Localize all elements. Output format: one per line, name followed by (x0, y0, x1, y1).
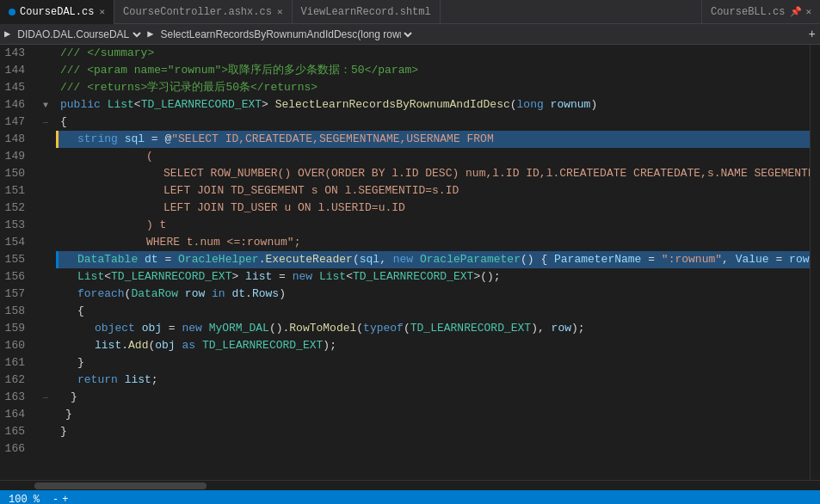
code-line-151[interactable]: LEFT JOIN TD_SEGEMENT s ON l.SEGEMENTID=… (56, 182, 810, 200)
code-line-156[interactable]: List<TD_LEARNRECORD_EXT> list = new List… (56, 268, 810, 286)
code-content-160: list.Add(obj as TD_LEARNRECORD_EXT); (60, 337, 336, 354)
code-line-148[interactable]: string sql = @"SELECT ID,CREATEDATE,SEGE… (56, 131, 810, 148)
code-content-153: ) t (60, 217, 166, 234)
collapse-cell-149 (39, 148, 52, 165)
editor: 1431441451461471481491501511521531541551… (0, 45, 820, 480)
breadcrumb-separator: ▶ (147, 28, 153, 40)
code-content-144: /// <param name="rownum">取降序后的多少条数据：50</… (60, 62, 418, 79)
expand-icon[interactable]: ▶ (4, 28, 10, 40)
tab-right-courseBLL: CourseBLL.cs 📌 ✕ (701, 0, 820, 24)
code-content-162: return list; (60, 372, 158, 389)
line-number-151: 151 (0, 182, 32, 200)
line-number-161: 161 (0, 354, 32, 372)
line-number-144: 144 (0, 62, 32, 79)
code-content-149: ( (60, 148, 153, 165)
code-line-163[interactable]: } (56, 389, 810, 406)
line-number-163: 163 (0, 389, 32, 406)
zoom-level[interactable]: 100 % (9, 494, 40, 504)
collapse-cell-157 (39, 286, 52, 303)
close-courseController-button[interactable]: ✕ (277, 6, 283, 17)
code-line-145[interactable]: /// <returns>学习记录的最后50条</returns> (56, 79, 810, 96)
tab-right-label: CourseBLL.cs (711, 6, 785, 18)
code-content-148: string sql = @"SELECT ID,CREATEDATE,SEGE… (60, 131, 494, 148)
line-number-145: 145 (0, 79, 32, 96)
collapse-cell-159 (39, 320, 52, 337)
code-line-144[interactable]: /// <param name="rownum">取降序后的多少条数据：50</… (56, 62, 810, 79)
line-number-152: 152 (0, 200, 32, 217)
breadcrumb-bar: ▶ DIDAO.DAL.CourseDAL ▶ SelectLearnRecor… (0, 24, 820, 45)
line-number-156: 156 (0, 268, 32, 286)
code-line-155[interactable]: DataTable dt = OracleHelper.ExecuteReade… (56, 251, 810, 268)
close-courseDAL-button[interactable]: ✕ (99, 6, 105, 17)
line-number-158: 158 (0, 303, 32, 320)
code-line-157[interactable]: foreach(DataRow row in dt.Rows) (56, 286, 810, 303)
line-number-165: 165 (0, 423, 32, 440)
code-line-147[interactable]: { (56, 114, 810, 131)
code-line-160[interactable]: list.Add(obj as TD_LEARNRECORD_EXT); (56, 337, 810, 354)
tab-viewLearnRecord[interactable]: ViewLearnRecord.shtml (293, 0, 441, 24)
collapse-cell-155 (39, 251, 52, 268)
hscroll-thumb[interactable] (34, 482, 207, 489)
tab-viewLearnRecord-label: ViewLearnRecord.shtml (301, 6, 431, 18)
code-content-145: /// <returns>学习记录的最后50条</returns> (60, 79, 318, 96)
code-line-152[interactable]: LEFT JOIN TD_USER u ON l.USERID=u.ID (56, 200, 810, 217)
collapse-cell-152 (39, 200, 52, 217)
zoom-decrease-button[interactable]: - (52, 494, 59, 504)
collapse-cell-146[interactable]: ▼ (39, 96, 52, 114)
collapse-cell-148 (39, 131, 52, 148)
code-line-166[interactable] (56, 440, 810, 458)
code-line-161[interactable]: } (56, 354, 810, 372)
code-line-165[interactable]: } (56, 423, 810, 440)
scroll-up-button[interactable]: + (809, 28, 816, 41)
collapse-cell-163: — (39, 389, 52, 406)
code-line-143[interactable]: /// </summary> (56, 45, 810, 62)
code-line-164[interactable]: } (56, 406, 810, 423)
collapse-cell-158 (39, 303, 52, 320)
zoom-increase-button[interactable]: + (62, 494, 68, 504)
code-content-143: /// </summary> (60, 45, 154, 62)
collapse-cell-166 (39, 440, 52, 458)
collapse-cell-143 (39, 45, 52, 62)
line-number-157: 157 (0, 286, 32, 303)
method-selector[interactable]: SelectLearnRecordsByRownumAndIdDesc(long… (157, 28, 415, 41)
line-number-153: 153 (0, 217, 32, 234)
collapse-cell-151 (39, 182, 52, 200)
code-line-153[interactable]: ) t (56, 217, 810, 234)
code-content-164: } (60, 406, 72, 423)
minimap (810, 45, 820, 480)
close-right-button[interactable]: ✕ (805, 6, 811, 17)
code-line-154[interactable]: WHERE t.num <=:rownum"; (56, 234, 810, 251)
code-content-161: } (60, 354, 84, 372)
line-number-155: 155 (0, 251, 32, 268)
title-bar: CourseDAL.cs ✕ CourseController.ashx.cs … (0, 0, 820, 24)
line-number-154: 154 (0, 234, 32, 251)
code-content-156: List<TD_LEARNRECORD_EXT> list = new List… (60, 268, 501, 286)
line-number-160: 160 (0, 337, 32, 354)
collapse-cell-161 (39, 354, 52, 372)
collapse-cell-147: — (39, 114, 52, 131)
collapse-column: ▼—— (39, 45, 52, 480)
namespace-selector[interactable]: DIDAO.DAL.CourseDAL (14, 28, 144, 41)
tab-courseDAL[interactable]: CourseDAL.cs ✕ (0, 0, 114, 24)
collapse-cell-165 (39, 423, 52, 440)
status-bar: 100 % - + (0, 490, 820, 504)
line-number-147: 147 (0, 114, 32, 131)
code-content-150: SELECT ROW_NUMBER() OVER(ORDER BY l.ID D… (60, 165, 810, 182)
code-line-149[interactable]: ( (56, 148, 810, 165)
pin-icon[interactable]: 📌 (790, 6, 802, 17)
code-content-165: } (60, 423, 67, 440)
code-line-162[interactable]: return list; (56, 372, 810, 389)
code-line-146[interactable]: public List<TD_LEARNRECORD_EXT> SelectLe… (56, 96, 810, 114)
code-line-158[interactable]: { (56, 303, 810, 320)
code-content-157: foreach(DataRow row in dt.Rows) (60, 286, 286, 303)
code-area[interactable]: /// </summary>/// <param name="rownum">取… (52, 45, 810, 480)
tab-courseController[interactable]: CourseController.ashx.cs ✕ (114, 0, 292, 24)
code-line-159[interactable]: object obj = new MyORM_DAL().RowToModel(… (56, 320, 810, 337)
line-number-146: 146 (0, 96, 32, 114)
collapse-cell-153 (39, 217, 52, 234)
code-content-154: WHERE t.num <=:rownum"; (60, 234, 300, 251)
line-numbers: 1431441451461471481491501511521531541551… (0, 45, 39, 480)
code-line-150[interactable]: SELECT ROW_NUMBER() OVER(ORDER BY l.ID D… (56, 165, 810, 182)
collapse-cell-144 (39, 62, 52, 79)
hscroll[interactable] (0, 480, 820, 490)
